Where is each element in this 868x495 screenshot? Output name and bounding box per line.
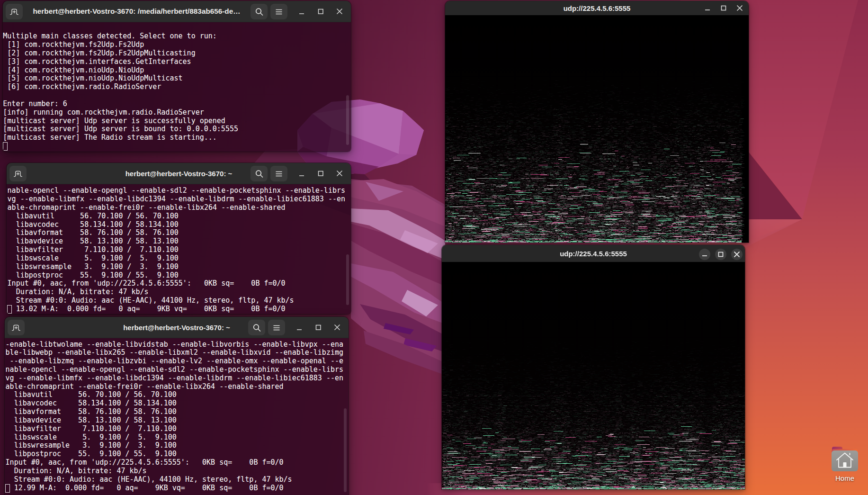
terminal-window-2: herbert@herbert-Vostro-3670: ~ (7, 163, 351, 314)
terminal-3-text: -enable-libtwolame --enable-libvidstab -… (6, 341, 343, 493)
terminal-3-screen[interactable]: -enable-libtwolame --enable-libvidstab -… (5, 338, 349, 495)
terminal-2-text: nable-opencl --enable-opengl --enable-sd… (8, 187, 345, 313)
close-icon (734, 3, 745, 13)
close-icon (732, 249, 742, 260)
terminal-2-screen[interactable]: nable-opencl --enable-opengl --enable-sd… (7, 184, 351, 314)
minimize-icon (702, 3, 713, 13)
audio-spectrum-visualization (442, 262, 745, 489)
terminal-2-titlebar[interactable]: herbert@herbert-Vostro-3670: ~ (7, 163, 351, 184)
search-icon (253, 168, 265, 180)
player-2-video[interactable] (442, 262, 745, 489)
close-button[interactable] (734, 2, 746, 14)
minimize-icon (699, 249, 710, 260)
hamburger-menu-icon (270, 322, 283, 334)
terminal-2-cursor (7, 305, 12, 314)
new-tab-icon (8, 6, 20, 18)
minimize-button[interactable] (292, 320, 306, 334)
maximize-button[interactable] (715, 249, 726, 260)
terminal-1-titlebar[interactable]: herbert@herbert-Vostro-3670: /media/herb… (3, 1, 351, 22)
terminal-1-text: Multiple main classes detected. Select o… (3, 24, 238, 143)
minimize-button[interactable] (699, 249, 710, 260)
player-1-titlebar[interactable]: udp://225.4.5.6:5555 (445, 1, 749, 15)
close-icon (332, 322, 342, 333)
terminal-window-3: herbert@herbert-Vostro-3670: ~ (5, 317, 349, 495)
maximize-icon (315, 6, 326, 17)
maximize-icon (718, 3, 729, 13)
minimize-button[interactable] (701, 2, 714, 14)
terminal-window-1: herbert@herbert-Vostro-3670: /media/herb… (3, 1, 351, 152)
minimize-button[interactable] (295, 166, 309, 180)
maximize-icon (315, 168, 326, 179)
home-icon-label: Home (835, 474, 854, 482)
close-button[interactable] (731, 249, 743, 260)
terminal-1-screen[interactable]: Multiple main classes detected. Select o… (3, 22, 351, 152)
terminal-2-scrollbar[interactable] (346, 254, 349, 305)
minimize-icon (296, 168, 307, 179)
search-icon (251, 322, 263, 334)
hamburger-menu-icon (273, 6, 285, 18)
minimize-button[interactable] (295, 4, 309, 18)
menu-button[interactable] (268, 320, 285, 335)
player-window-1: udp://225.4.5.6:5555 (445, 1, 749, 243)
terminal-1-scrollbar[interactable] (346, 95, 349, 145)
maximize-icon (716, 249, 726, 260)
maximize-icon (313, 322, 323, 333)
terminal-3-cursor (5, 484, 10, 493)
menu-button[interactable] (270, 4, 287, 19)
maximize-button[interactable] (313, 4, 328, 18)
search-icon (253, 6, 265, 18)
maximize-button[interactable] (717, 2, 730, 14)
folder-icon (832, 447, 858, 471)
minimize-icon (294, 322, 304, 333)
close-button[interactable] (330, 320, 344, 334)
terminal-1-cursor (3, 142, 8, 151)
close-button[interactable] (332, 4, 347, 18)
home-folder-icon[interactable]: Home (826, 447, 864, 486)
terminal-3-titlebar[interactable]: herbert@herbert-Vostro-3670: ~ (5, 317, 349, 338)
player-window-2: udp://225.4.5.6:5555 (442, 245, 745, 489)
menu-button[interactable] (270, 166, 287, 181)
terminal-3-scrollbar[interactable] (344, 408, 347, 492)
close-button[interactable] (332, 166, 347, 180)
close-icon (334, 6, 345, 17)
maximize-button[interactable] (311, 320, 325, 334)
terminal-1-title: herbert@herbert-Vostro-3670: /media/herb… (28, 1, 245, 22)
search-button[interactable] (251, 166, 268, 181)
new-tab-button[interactable] (6, 4, 23, 19)
search-button[interactable] (251, 4, 268, 19)
hamburger-menu-icon (273, 168, 285, 180)
player-1-video[interactable] (445, 15, 749, 243)
player-2-titlebar[interactable]: udp://225.4.5.6:5555 (442, 245, 745, 262)
minimize-icon (296, 6, 307, 17)
maximize-button[interactable] (313, 166, 328, 180)
search-button[interactable] (248, 320, 265, 335)
close-icon (334, 168, 345, 179)
desktop: herbert@herbert-Vostro-3670: /media/herb… (0, 0, 868, 495)
audio-spectrum-visualization (445, 15, 749, 243)
